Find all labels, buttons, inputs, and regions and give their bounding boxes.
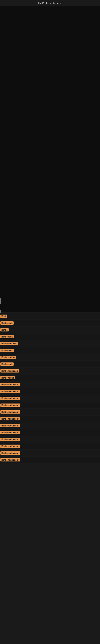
bottleneck-result-badge: Bottleneck result xyxy=(0,417,20,420)
list-item: Bottle xyxy=(0,327,100,333)
bottleneck-result-badge: Bottleneck result xyxy=(0,452,20,454)
chart-area xyxy=(0,6,100,312)
bottleneck-result-badge: Bottleneck result xyxy=(0,383,20,386)
list-item: Bottleneck result xyxy=(0,409,100,415)
bottleneck-result-badge: Bottleneck xyxy=(0,362,14,366)
bottleneck-result-badge: Bottleneck result xyxy=(0,438,20,441)
bottleneck-result-badge: Bottleneck result xyxy=(0,424,20,427)
list-item: Bottleneck resu xyxy=(0,368,100,374)
bottleneck-result-badge: Bottleneck result xyxy=(0,458,20,462)
bottleneck-result-badge: Bottleneck xyxy=(0,335,14,338)
bottleneck-result-badge: Bottleneck result xyxy=(0,444,20,448)
bottleneck-result-badge: Bottleneck result xyxy=(0,431,20,434)
list-item: Bottleneck result xyxy=(0,422,100,429)
list-item: Bottleneck xyxy=(0,334,100,340)
list-item: Bottleneck result xyxy=(0,416,100,422)
cursor-line-1 xyxy=(0,298,1,304)
list-item: Bott xyxy=(0,313,100,320)
bottleneck-results-list: Bott Bottleneck Bottle Bottleneck Bottle… xyxy=(0,313,100,464)
bottleneck-result-badge: Bott xyxy=(0,314,7,318)
bottleneck-result-badge: Bottle xyxy=(0,328,9,332)
list-item: Bottleneck result xyxy=(0,457,100,463)
list-item: Bottleneck r xyxy=(0,374,100,381)
bottleneck-result-badge: Bottleneck result xyxy=(0,390,20,393)
list-item: Bottleneck result xyxy=(0,388,100,395)
bottleneck-result-badge: Bottleneck result xyxy=(0,397,20,400)
bottleneck-result-badge: Bottleneck re xyxy=(0,356,16,359)
bottleneck-result-badge: Bottleneck xyxy=(0,322,14,324)
list-item: Bottleneck result xyxy=(0,443,100,450)
list-item: Bottleneck result xyxy=(0,381,100,388)
list-item: Bottleneck result xyxy=(0,402,100,408)
list-item: Bottleneck result xyxy=(0,395,100,402)
list-item: Bottleneck result xyxy=(0,429,100,436)
list-item: Bottleneck xyxy=(0,347,100,354)
list-item: Bottleneck xyxy=(0,361,100,367)
bottleneck-result-badge: Bottleneck res xyxy=(0,342,18,345)
bottleneck-result-badge: Bottleneck resu xyxy=(0,369,19,372)
list-item: Bottleneck res xyxy=(0,340,100,347)
bottleneck-result-badge: Bottleneck result xyxy=(0,410,20,414)
list-item: Bottleneck result xyxy=(0,450,100,456)
bottleneck-result-badge: Bottleneck xyxy=(0,349,14,352)
list-item: Bottleneck result xyxy=(0,436,100,442)
list-item: Bottleneck re xyxy=(0,354,100,360)
bottleneck-result-badge: Bottleneck result xyxy=(0,404,20,407)
list-item: Bottleneck xyxy=(0,320,100,326)
bottleneck-result-badge: Bottleneck r xyxy=(0,376,15,379)
site-title: TheBottlenecker.com xyxy=(38,2,62,5)
